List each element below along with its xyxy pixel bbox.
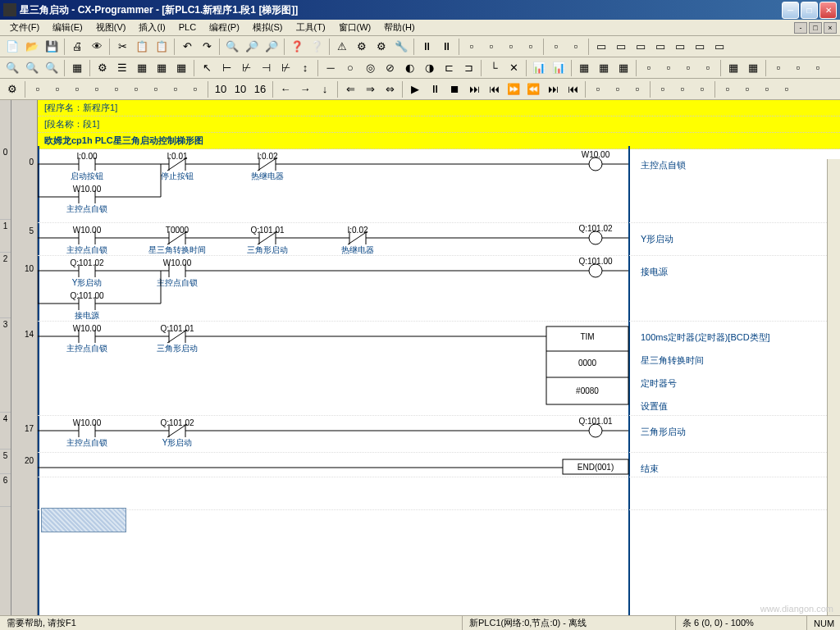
toolbar-button[interactable]: ▫	[127, 80, 145, 98]
toolbar-button[interactable]: ▫	[186, 80, 204, 98]
ladder-rung[interactable]: I:0.00 启动按钮 I:0.01 停止按钮 I:0.02 热继电器 W10.…	[38, 149, 840, 223]
toolbar-button[interactable]: ▦	[595, 59, 613, 77]
toolbar-button[interactable]: ▫	[609, 80, 627, 98]
toolbar-button[interactable]: 🔎	[262, 38, 281, 56]
contact[interactable]: W10.00 主控点自锁	[66, 185, 153, 213]
ladder-rung[interactable]: W10.00 主控点自锁 T0000 星三角转换时间 Q:101.01 三角形启…	[38, 223, 840, 256]
toolbar-button[interactable]: ⏸	[418, 38, 436, 56]
toolbar-button[interactable]: ▫	[654, 80, 672, 98]
toolbar-button[interactable]: ⊘	[381, 59, 399, 77]
coil[interactable]: W10.00	[582, 150, 628, 171]
menu-item[interactable]: 模拟(S)	[246, 21, 290, 34]
ladder-rung[interactable]: W10.00 主控点自锁 Q:101.01 三角形启动 TIM 0000 #00…	[38, 322, 840, 416]
toolbar-button[interactable]: ▭	[612, 38, 630, 56]
menu-item[interactable]: PLC	[172, 21, 203, 34]
toolbar-button[interactable]: ▦	[68, 59, 86, 77]
toolbar-button[interactable]: ▫	[88, 80, 106, 98]
contact[interactable]: W10.00 主控点自锁	[66, 324, 153, 353]
toolbar-button[interactable]: ⇔	[381, 80, 399, 98]
contact[interactable]: W10.00 主控点自锁	[66, 418, 153, 447]
toolbar-button[interactable]: ⊐	[459, 59, 477, 77]
ladder-rung[interactable]: Q:101.02 Y形启动 W10.00 主控点自锁 Q:101.00 接电源 …	[38, 256, 840, 322]
toolbar-button[interactable]: ▫	[758, 80, 776, 98]
toolbar-button[interactable]: 16	[251, 80, 269, 98]
toolbar-button[interactable]: ✕	[504, 59, 523, 77]
coil[interactable]: Q:101.00	[578, 257, 628, 277]
contact[interactable]: W10.00 主控点自锁	[66, 226, 153, 254]
ladder-diagram[interactable]: [程序名：新程序1] [段名称：段1] 欧姆龙cp1h PLC星三角启动控制梯形…	[38, 100, 840, 625]
toolbar-button[interactable]: ▶	[406, 80, 424, 98]
contact[interactable]: I:0.02 热继电器	[251, 152, 333, 180]
toolbar-button[interactable]: └	[485, 59, 503, 77]
toolbar-button[interactable]: ▭	[671, 38, 689, 56]
toolbar-button[interactable]: ↷	[198, 38, 216, 56]
toolbar-button[interactable]: ▫	[738, 80, 756, 98]
toolbar-button[interactable]: 10	[231, 80, 249, 98]
toolbar-button[interactable]: ▫	[482, 38, 500, 56]
toolbar-button[interactable]: ▭	[651, 38, 669, 56]
toolbar-button[interactable]: 🔍	[3, 59, 21, 77]
toolbar-button[interactable]: 10	[212, 80, 230, 98]
ladder-rung[interactable]: END(001) 结束	[38, 453, 840, 477]
maximize-button[interactable]: □	[801, 2, 818, 19]
toolbar-button[interactable]: ▫	[769, 59, 788, 77]
toolbar-button[interactable]: ▭	[632, 38, 650, 56]
toolbar-button[interactable]: ▫	[589, 80, 607, 98]
contact[interactable]: I:0.02 热继电器	[341, 226, 423, 254]
toolbar-button[interactable]: ▫	[673, 80, 692, 98]
toolbar-button[interactable]: ▦	[744, 59, 762, 77]
vertical-scrollbar[interactable]	[827, 159, 840, 615]
toolbar-button[interactable]: ⚙	[353, 38, 371, 56]
contact[interactable]: Q:101.01 三角形启动	[247, 226, 333, 254]
menu-item[interactable]: 视图(V)	[89, 21, 133, 34]
toolbar-button[interactable]: ⏸	[426, 80, 444, 98]
toolbar-button[interactable]: ▫	[640, 59, 658, 77]
toolbar-button[interactable]: ▫	[809, 59, 827, 77]
toolbar-button[interactable]: ▫	[522, 38, 540, 56]
toolbar-button[interactable]: ▫	[693, 80, 711, 98]
toolbar-button[interactable]: 💾	[43, 38, 61, 56]
toolbar-button[interactable]: 📋	[153, 38, 171, 56]
toolbar-button[interactable]: ⏹	[445, 80, 463, 98]
toolbar-button[interactable]: ↓	[316, 80, 334, 98]
mdi-minimize-button[interactable]: -	[794, 22, 807, 34]
toolbar-button[interactable]: 👁	[88, 38, 106, 56]
toolbar-button[interactable]: ⏭	[544, 80, 562, 98]
toolbar-button[interactable]: ○	[341, 59, 359, 77]
toolbar-button[interactable]: 📊	[530, 59, 548, 77]
toolbar-button[interactable]: ▫	[147, 80, 165, 98]
toolbar-button[interactable]: ◎	[361, 59, 379, 77]
toolbar-button[interactable]: ▫	[699, 59, 717, 77]
toolbar-button[interactable]: 🔍	[43, 59, 61, 77]
toolbar-button[interactable]: ⊬	[276, 59, 294, 77]
toolbar-button[interactable]: ⏮	[485, 80, 503, 98]
menu-item[interactable]: 工具(T)	[290, 21, 332, 34]
toolbar-button[interactable]: ⊏	[440, 59, 458, 77]
toolbar-button[interactable]: 🖨	[68, 38, 86, 56]
toolbar-button[interactable]: ↶	[178, 38, 196, 56]
toolbar-button[interactable]: ⊬	[237, 59, 255, 77]
toolbar-button[interactable]: ▫	[679, 59, 697, 77]
toolbar-button[interactable]: ⏪	[524, 80, 542, 98]
toolbar-button[interactable]: ▦	[724, 59, 742, 77]
menu-item[interactable]: 窗口(W)	[332, 21, 378, 34]
toolbar-button[interactable]: ▦	[614, 59, 632, 77]
toolbar-button[interactable]: ▭	[592, 38, 610, 56]
toolbar-button[interactable]: ⇒	[361, 80, 379, 98]
toolbar-button[interactable]: ↕	[296, 59, 314, 77]
toolbar-button[interactable]: ▫	[463, 38, 481, 56]
toolbar-button[interactable]: ⊢	[217, 59, 235, 77]
toolbar-button[interactable]: ⚙	[372, 38, 390, 56]
coil[interactable]: Q:101.02	[578, 224, 628, 244]
toolbar-button[interactable]: ▭	[710, 38, 728, 56]
mdi-restore-button[interactable]: □	[809, 22, 822, 34]
toolbar-button[interactable]: ▫	[502, 38, 520, 56]
toolbar-button[interactable]: ⏸	[437, 38, 455, 56]
toolbar-button[interactable]: ◑	[420, 59, 438, 77]
toolbar-button[interactable]: ▫	[167, 80, 185, 98]
contact[interactable]: Q:101.02 Y形启动	[70, 258, 153, 287]
contact[interactable]: Q:101.02 Y形启动	[160, 418, 243, 447]
toolbar-button[interactable]: ▦	[172, 59, 190, 77]
menu-item[interactable]: 编程(P)	[203, 21, 246, 34]
toolbar-button[interactable]: ⏩	[504, 80, 523, 98]
